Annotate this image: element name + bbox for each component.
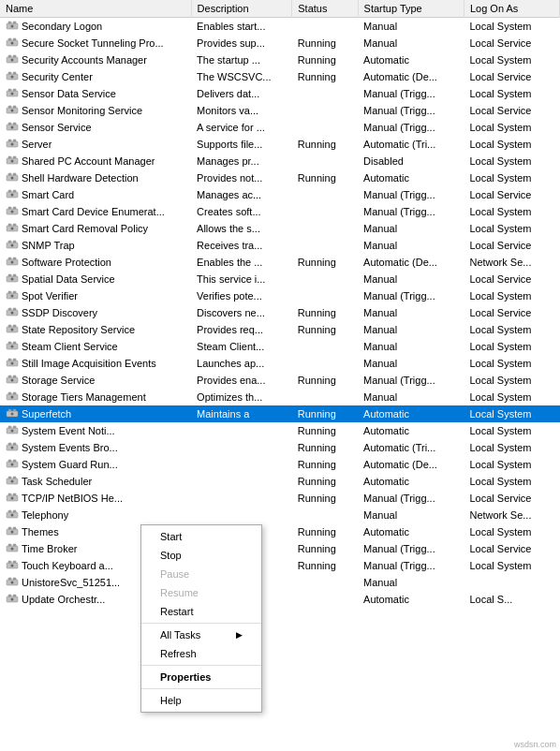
desc-cell: Enables the ... [191, 254, 292, 271]
name-cell: System Event Noti... [0, 422, 191, 439]
table-row[interactable]: Storage ServiceProvides ena...RunningMan… [0, 372, 560, 389]
context-menu-item-stop[interactable]: Stop [141, 546, 261, 565]
service-name: Storage Tiers Management [22, 391, 146, 403]
table-row[interactable]: System Event Noti...RunningAutomaticLoca… [0, 422, 560, 439]
context-menu-item-start[interactable]: Start [141, 527, 261, 546]
service-icon [6, 138, 19, 151]
context-menu-item-restart[interactable]: Restart [141, 602, 261, 621]
status-cell: Running [292, 422, 358, 439]
logon-cell: Local System [464, 119, 559, 136]
name-cell: SNMP Trap [0, 237, 191, 254]
logon-cell: Local System [464, 287, 559, 304]
name-cell: Superfetch [0, 405, 191, 422]
table-row[interactable]: Security CenterThe WSCSVC...RunningAutom… [0, 68, 560, 85]
svg-point-103 [11, 446, 14, 449]
table-row[interactable]: SuperfetchMaintains aRunningAutomaticLoc… [0, 405, 560, 422]
table-row[interactable]: Shared PC Account ManagerManages pr...Di… [0, 153, 560, 169]
name-cell: Storage Service [0, 372, 191, 389]
name-cell: Security Accounts Manager [0, 52, 191, 68]
table-row[interactable]: Time BrokerRunningManual (Trigg...Local … [0, 540, 560, 557]
col-desc[interactable]: Description [191, 0, 292, 18]
table-row[interactable]: Smart CardManages ac...Manual (Trigg...L… [0, 186, 560, 203]
table-row[interactable]: Software ProtectionEnables the ...Runnin… [0, 254, 560, 271]
table-row[interactable]: Smart Card Device Enumerat...Creates sof… [0, 203, 560, 220]
table-row[interactable]: Still Image Acquisition EventsLaunches a… [0, 355, 560, 372]
name-cell: Telephony [0, 507, 191, 523]
table-row[interactable]: Shell Hardware DetectionProvides not...R… [0, 169, 560, 186]
col-name[interactable]: Name [0, 0, 191, 18]
svg-point-75 [11, 328, 14, 331]
logon-cell: Local System [464, 439, 559, 456]
startup-cell: Manual [358, 574, 464, 591]
table-row[interactable]: Secondary LogonEnables start...ManualLoc… [0, 18, 560, 35]
svg-rect-122 [13, 527, 16, 529]
startup-cell: Manual [358, 18, 464, 35]
svg-point-47 [11, 210, 14, 213]
status-cell: Running [292, 523, 358, 540]
col-logon[interactable]: Log On As [464, 0, 559, 18]
service-name: Sensor Monitoring Service [22, 105, 142, 116]
status-cell [292, 186, 358, 203]
svg-point-11 [11, 58, 14, 61]
service-icon [6, 70, 19, 83]
svg-point-19 [11, 92, 14, 95]
startup-cell: Manual (Trigg... [358, 203, 464, 220]
table-row[interactable]: UnistoreSvc_51251...Manual [0, 574, 560, 591]
col-status[interactable]: Status [292, 0, 358, 18]
table-row[interactable]: System Events Bro...RunningAutomatic (Tr… [0, 439, 560, 456]
table-row[interactable]: Spatial Data ServiceThis service i...Man… [0, 271, 560, 287]
svg-rect-109 [8, 477, 11, 479]
svg-rect-5 [8, 38, 11, 40]
svg-rect-129 [8, 561, 11, 563]
table-row[interactable]: Update Orchestr...AutomaticLocal S... [0, 591, 560, 608]
context-menu-item-refresh[interactable]: Refresh [141, 644, 261, 663]
svg-rect-1 [8, 22, 11, 23]
table-row[interactable]: Smart Card Removal PolicyAllows the s...… [0, 220, 560, 237]
table-row[interactable]: SSDP DiscoveryDiscovers ne...RunningManu… [0, 304, 560, 321]
service-name: Secondary Logon [22, 21, 102, 32]
table-row[interactable]: Security Accounts ManagerThe startup ...… [0, 52, 560, 68]
logon-cell: Local System [464, 203, 559, 220]
table-row[interactable]: System Guard Run...RunningAutomatic (De.… [0, 456, 560, 473]
context-menu-item-properties[interactable]: Properties [141, 668, 261, 686]
svg-rect-121 [8, 527, 11, 529]
svg-point-115 [11, 496, 14, 499]
table-row[interactable]: Spot VerifierVerifies pote...Manual (Tri… [0, 287, 560, 304]
menu-item-label: All Tasks [160, 629, 200, 641]
service-name: Smart Card Device Enumerat... [22, 206, 165, 217]
table-row[interactable]: ServerSupports file...RunningAutomatic (… [0, 136, 560, 153]
table-row[interactable]: Storage Tiers ManagementOptimizes th...M… [0, 389, 560, 405]
table-row[interactable]: TelephonyManualNetwork Se... [0, 507, 560, 523]
logon-cell: Network Se... [464, 254, 559, 271]
startup-cell: Manual [358, 304, 464, 321]
table-row[interactable]: SNMP TrapReceives tra...ManualLocal Serv… [0, 237, 560, 254]
submenu-arrow-icon: ▶ [236, 630, 243, 640]
status-cell [292, 102, 358, 119]
table-row[interactable]: ThemesRunningAutomaticLocal System [0, 523, 560, 540]
context-menu-item-all-tasks[interactable]: All Tasks▶ [141, 626, 261, 644]
service-icon [6, 559, 19, 572]
service-name: Shell Hardware Detection [22, 172, 139, 184]
table-row[interactable]: Secure Socket Tunneling Pro...Provides s… [0, 35, 560, 52]
table-row[interactable]: State Repository ServiceProvides req...R… [0, 321, 560, 338]
desc-cell [191, 456, 292, 473]
startup-cell: Automatic [358, 169, 464, 186]
table-row[interactable]: Sensor ServiceA service for ...Manual (T… [0, 119, 560, 136]
table-row[interactable]: Touch Keyboard a...RunningManual (Trigg.… [0, 557, 560, 574]
table-row[interactable]: Sensor Monitoring ServiceMonitors va...M… [0, 102, 560, 119]
svg-point-67 [11, 294, 14, 297]
svg-point-123 [11, 530, 14, 533]
table-row[interactable]: Sensor Data ServiceDelivers dat...Manual… [0, 85, 560, 102]
menu-item-label: Restart [160, 606, 193, 617]
col-startup[interactable]: Startup Type [358, 0, 464, 18]
svg-rect-106 [13, 460, 16, 462]
table-row[interactable]: TCP/IP NetBIOS He...RunningManual (Trigg… [0, 490, 560, 507]
svg-rect-77 [8, 342, 11, 344]
service-icon [6, 441, 19, 454]
service-icon [6, 306, 19, 319]
table-row[interactable]: Steam Client ServiceSteam Client...Manua… [0, 338, 560, 355]
context-menu-item-help[interactable]: Help [141, 691, 261, 710]
logon-cell: Local Service [464, 102, 559, 119]
status-cell: Running [292, 136, 358, 153]
table-row[interactable]: Task SchedulerRunningAutomaticLocal Syst… [0, 473, 560, 490]
